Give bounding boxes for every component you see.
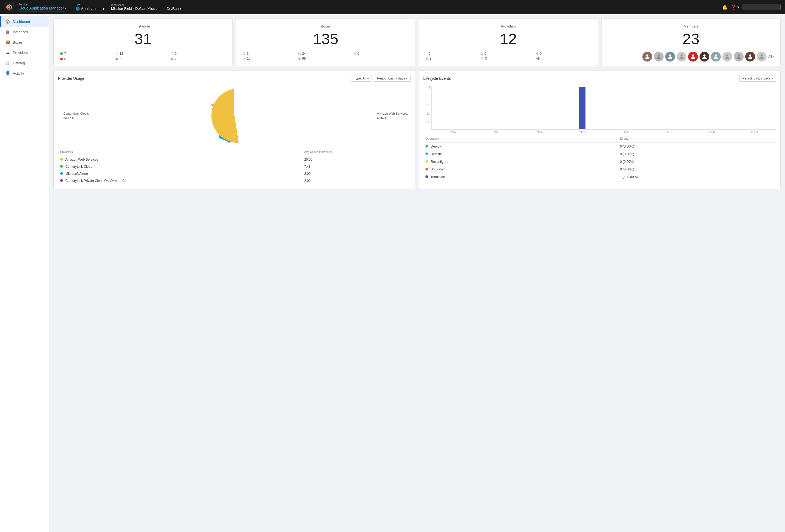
sidebar-item-instances[interactable]: ▦ Instances bbox=[0, 27, 49, 37]
events-table-row: Terminate 1 (100.00%) bbox=[423, 173, 776, 181]
notifications-icon[interactable]: 🔔 bbox=[722, 5, 728, 10]
event-color-dot bbox=[426, 168, 428, 171]
y-label-1: 1 bbox=[429, 86, 430, 89]
sidebar-item-label: Boxes bbox=[13, 40, 23, 44]
instances-detail-red: 0 bbox=[60, 57, 116, 61]
pie-chart-svg bbox=[207, 89, 261, 143]
events-table-row: Reconfigure 0 (0.00%) bbox=[423, 158, 776, 166]
topnav-right: 🔔 ❓ ▾ bbox=[722, 4, 781, 10]
svg-point-13 bbox=[760, 54, 763, 57]
eye-icon-3: ◉ bbox=[298, 57, 301, 60]
provider-color-dot bbox=[60, 172, 63, 175]
search-input[interactable] bbox=[742, 4, 781, 10]
instances-detail-green: 7 bbox=[60, 52, 116, 55]
sidebar-item-dashboard[interactable]: 🏠 Dashboard bbox=[0, 16, 49, 27]
workspace-label: Workspace bbox=[111, 3, 181, 6]
logo[interactable] bbox=[4, 2, 14, 12]
provider-table-row: Amazon Web Services 20.00 bbox=[58, 156, 411, 163]
avatar-4 bbox=[677, 52, 686, 61]
topnav: Service Cloud Application Manager ▾ Site… bbox=[0, 0, 785, 14]
circle-icon: ⊙ bbox=[353, 52, 356, 55]
operation-name: Shutdown bbox=[423, 166, 618, 173]
providers-all-link[interactable]: All › bbox=[536, 57, 591, 60]
events-table-row: Deploy 0 (0.00%) bbox=[423, 143, 776, 150]
workspace-path[interactable]: Mission-Field › Default Mission ... › Dr… bbox=[111, 6, 181, 10]
providers-spin: ⚙ 3 bbox=[481, 57, 536, 60]
operation-col-header: Operation bbox=[423, 136, 618, 143]
boxes-card: Boxes 135 ⊞ 3 ◎ 24 ⊙ 0 bbox=[236, 19, 415, 66]
sidebar-item-activity[interactable]: 👤 Activity bbox=[0, 68, 49, 78]
svg-point-12 bbox=[749, 54, 751, 57]
svg-point-8 bbox=[703, 54, 706, 57]
bar-x-label: 09/05 bbox=[561, 131, 604, 134]
members-number: 23 bbox=[608, 30, 774, 47]
instances-gray-count: 5 bbox=[120, 57, 121, 61]
provider-color-dot bbox=[60, 179, 63, 182]
providers-card: Providers 12 ⑂ 6 ⧉ 0 G 0 bbox=[419, 19, 598, 66]
y-label-02: 0.2 bbox=[427, 121, 430, 124]
spin-icon: ⚙ bbox=[481, 57, 484, 60]
activity-icon: 👤 bbox=[5, 71, 10, 76]
providers-title: Providers bbox=[426, 24, 591, 28]
sidebar-item-label: Catalog bbox=[13, 61, 25, 65]
instances-title: Instances bbox=[60, 24, 226, 28]
providers-fork: ⑂ 6 bbox=[426, 52, 481, 55]
svg-point-4 bbox=[658, 54, 660, 57]
pie-label-centurylink: CenturyLink Cloud: 23.77% bbox=[64, 111, 89, 120]
events-table: Operation Events Deploy 0 (0.00%) Reinst… bbox=[423, 136, 776, 181]
instances-detail-warning: ⚠ 12 bbox=[116, 52, 171, 55]
svg-point-3 bbox=[646, 54, 648, 57]
bar-chart-wrapper: 1 0.8 0.6 0.4 0.2 09/0209/0309/0409/0509… bbox=[423, 86, 776, 134]
svg-point-11 bbox=[738, 54, 740, 57]
dashboard-icon: 🏠 bbox=[5, 19, 10, 24]
site-section: Site 🌐 Applications ▾ bbox=[75, 3, 104, 11]
sidebar-item-catalog[interactable]: 🛒 Catalog bbox=[0, 58, 49, 68]
members-all-link[interactable]: All › bbox=[768, 52, 774, 61]
members-avatars: All › bbox=[608, 52, 774, 61]
boxes-circle: ⊙ 0 bbox=[353, 52, 409, 55]
nav-divider-1 bbox=[72, 3, 72, 11]
eye-icon-2: ◎ bbox=[243, 57, 246, 60]
sidebar-item-label: Activity bbox=[13, 71, 24, 75]
stat-cards: Instances 31 7 ⚠ 12 ⚙ 0 bbox=[53, 19, 781, 66]
svg-point-10 bbox=[726, 54, 728, 57]
main-content: Instances 31 7 ⚠ 12 ⚙ 0 bbox=[49, 14, 785, 532]
boxes-icon: 📦 bbox=[5, 40, 10, 45]
instances-tan-count: 7 bbox=[175, 57, 177, 61]
svg-point-6 bbox=[681, 54, 683, 57]
instances-card: Instances 31 7 ⚠ 12 ⚙ 0 bbox=[53, 19, 233, 66]
bar-column bbox=[475, 86, 518, 129]
avatar-8 bbox=[723, 52, 732, 61]
provider-name: Amazon Web Services bbox=[58, 156, 302, 163]
provider-name: CenturyLink Private Cloud On VMware C... bbox=[58, 177, 302, 184]
avatar-1 bbox=[642, 52, 652, 61]
provider-table-row: CenturyLink Private Cloud On VMware C...… bbox=[58, 177, 411, 184]
type-dropdown[interactable]: Type: All ▾ bbox=[351, 75, 372, 82]
help-icon[interactable]: ❓ ▾ bbox=[731, 5, 739, 10]
members-card: Members 23 bbox=[601, 19, 781, 66]
bar-chart-area bbox=[431, 86, 776, 130]
event-count: 1 (100.00%) bbox=[618, 173, 776, 181]
sidebar-item-providers[interactable]: ☁ Providers bbox=[0, 47, 49, 58]
events-table-row: Shutdown 0 (0.00%) bbox=[423, 166, 776, 173]
red-status-dot bbox=[60, 58, 63, 60]
bar-chart-x-labels: 09/0209/0309/0409/0509/0609/0709/0809/09 bbox=[423, 131, 776, 134]
avatar-11 bbox=[757, 52, 766, 61]
dryrun-workspace[interactable]: DryRun ▾ bbox=[167, 6, 181, 10]
service-name[interactable]: Cloud Application Manager ▾ bbox=[19, 6, 67, 11]
bar-x-label: 09/08 bbox=[690, 131, 733, 134]
fork-icon: ⑂ bbox=[426, 52, 427, 55]
event-count: 0 (0.00%) bbox=[618, 143, 776, 150]
period-dropdown-lifecycle[interactable]: Period: Last 7 days ▾ bbox=[739, 75, 776, 82]
site-name[interactable]: 🌐 Applications ▾ bbox=[75, 6, 104, 11]
sidebar-item-boxes[interactable]: 📦 Boxes bbox=[0, 37, 49, 47]
period-dropdown-usage[interactable]: Period: Last 7 days ▾ bbox=[374, 75, 411, 82]
boxes-title: Boxes bbox=[243, 24, 409, 28]
boxes-details: ⊞ 3 ◎ 24 ⊙ 0 ◎ 10 bbox=[243, 52, 409, 60]
providers-windows: ⊞ 2 bbox=[426, 57, 481, 60]
path-sep-1: › bbox=[133, 6, 134, 10]
windows-icon: ⊞ bbox=[426, 57, 428, 60]
avatar-9 bbox=[734, 52, 744, 61]
bar-column bbox=[561, 86, 604, 129]
y-label-06: 0.6 bbox=[427, 103, 430, 106]
